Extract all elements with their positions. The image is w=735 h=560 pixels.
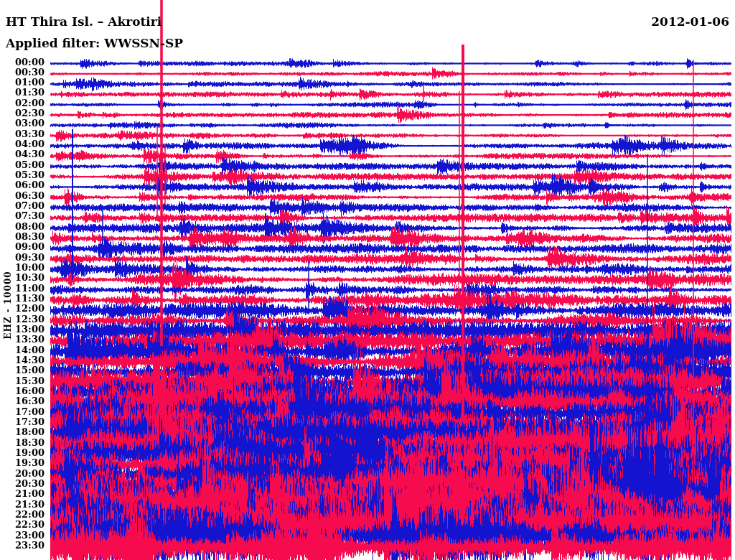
time-label: 20:30	[0, 479, 45, 489]
time-label: 21:00	[0, 489, 45, 499]
time-label: 03:30	[0, 129, 45, 139]
time-label: 17:00	[0, 407, 45, 417]
time-label: 22:30	[0, 520, 45, 530]
time-label: 01:00	[0, 78, 45, 88]
time-label: 04:30	[0, 149, 45, 159]
helicorder-canvas	[0, 0, 735, 560]
time-axis: 00:0000:3001:0001:3002:0002:3003:0003:30…	[0, 0, 45, 560]
time-label: 08:30	[0, 232, 45, 242]
time-label: 14:00	[0, 345, 45, 355]
time-label: 13:00	[0, 325, 45, 335]
time-label: 06:30	[0, 191, 45, 201]
time-label: 16:00	[0, 386, 45, 396]
time-label: 01:30	[0, 88, 45, 98]
time-label: 12:30	[0, 314, 45, 325]
time-label: 05:00	[0, 160, 45, 170]
time-label: 11:30	[0, 294, 45, 304]
time-label: 11:00	[0, 284, 45, 294]
time-label: 17:30	[0, 417, 45, 427]
time-label: 09:30	[0, 253, 45, 263]
time-label: 18:30	[0, 438, 45, 448]
time-label: 23:30	[0, 541, 45, 551]
time-label: 14:30	[0, 355, 45, 365]
time-label: 03:00	[0, 118, 45, 129]
time-label: 10:30	[0, 273, 45, 283]
time-label: 12:00	[0, 304, 45, 314]
helicorder-screen: HT Thira Isl. – Akrotiri Applied filter:…	[0, 0, 735, 560]
time-label: 20:00	[0, 469, 45, 479]
time-label: 02:00	[0, 98, 45, 108]
time-label: 13:30	[0, 335, 45, 345]
time-label: 19:00	[0, 448, 45, 458]
time-label: 00:00	[0, 57, 45, 67]
date-label: 2012-01-06	[651, 14, 729, 29]
time-label: 07:00	[0, 201, 45, 211]
time-label: 05:30	[0, 170, 45, 180]
time-label: 00:30	[0, 67, 45, 78]
time-label: 23:00	[0, 531, 45, 541]
time-label: 04:00	[0, 139, 45, 149]
time-label: 19:30	[0, 458, 45, 468]
time-label: 21:30	[0, 500, 45, 510]
time-label: 15:30	[0, 376, 45, 386]
time-label: 15:00	[0, 365, 45, 375]
time-label: 10:00	[0, 263, 45, 273]
time-label: 09:00	[0, 242, 45, 252]
time-label: 22:00	[0, 510, 45, 520]
time-label: 08:00	[0, 222, 45, 232]
time-label: 02:30	[0, 108, 45, 118]
time-label: 18:00	[0, 427, 45, 437]
time-label: 06:00	[0, 180, 45, 190]
time-label: 16:30	[0, 396, 45, 406]
time-label: 07:30	[0, 211, 45, 221]
